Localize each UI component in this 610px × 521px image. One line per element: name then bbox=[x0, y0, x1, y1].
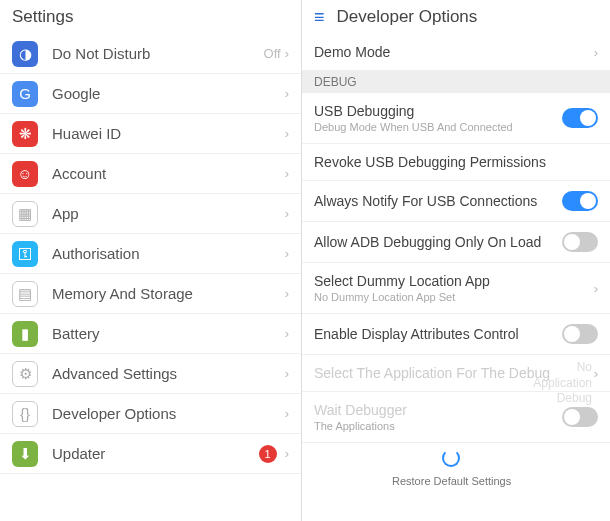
key-icon: ⚿ bbox=[12, 241, 38, 267]
label: Updater bbox=[52, 445, 259, 462]
toggle-wait-debugger bbox=[562, 407, 598, 427]
chevron-right-icon: › bbox=[285, 366, 289, 381]
row-adb-onload[interactable]: Allow ADB Debugging Only On Load bbox=[302, 222, 610, 263]
sidebar-item-updater[interactable]: ⬇ Updater 1 › bbox=[0, 434, 301, 474]
chevron-right-icon: › bbox=[285, 246, 289, 261]
sidebar-item-dnd[interactable]: ◑ Do Not Disturb Off › bbox=[0, 34, 301, 74]
chevron-right-icon: › bbox=[285, 86, 289, 101]
update-badge: 1 bbox=[259, 445, 277, 463]
sidebar-item-google[interactable]: G Google › bbox=[0, 74, 301, 114]
chevron-right-icon: › bbox=[594, 366, 598, 381]
label: Demo Mode bbox=[314, 44, 594, 60]
gear-icon: ⚙ bbox=[12, 361, 38, 387]
chevron-right-icon: › bbox=[285, 446, 289, 461]
label: Developer Options bbox=[52, 405, 285, 422]
sidebar-item-developer[interactable]: {} Developer Options › bbox=[0, 394, 301, 434]
row-notify-usb[interactable]: Always Notify For USB Connections bbox=[302, 181, 610, 222]
page-title: Developer Options bbox=[337, 7, 478, 27]
label: Select Dummy Location App bbox=[314, 273, 594, 289]
row-usb-debugging[interactable]: USB Debugging Debug Mode When USB And Co… bbox=[302, 93, 610, 144]
hamburger-icon[interactable]: ≡ bbox=[314, 7, 325, 28]
sublabel: Debug Mode When USB And Connected bbox=[314, 121, 562, 133]
battery-icon: ▮ bbox=[12, 321, 38, 347]
apps-icon: ▦ bbox=[12, 201, 38, 227]
label: Allow ADB Debugging Only On Load bbox=[314, 234, 562, 250]
sidebar-item-account[interactable]: ☺ Account › bbox=[0, 154, 301, 194]
label: Always Notify For USB Connections bbox=[314, 193, 562, 209]
sidebar-item-memory[interactable]: ▤ Memory And Storage › bbox=[0, 274, 301, 314]
sidebar-item-authorisation[interactable]: ⚿ Authorisation › bbox=[0, 234, 301, 274]
label: Google bbox=[52, 85, 285, 102]
status-off: Off bbox=[264, 46, 281, 61]
label: Account bbox=[52, 165, 285, 182]
chevron-right-icon: › bbox=[285, 126, 289, 141]
loading-spinner-icon bbox=[442, 449, 460, 467]
label: Advanced Settings bbox=[52, 365, 285, 382]
settings-title: Settings bbox=[0, 0, 301, 34]
chevron-right-icon: › bbox=[285, 286, 289, 301]
account-icon: ☺ bbox=[12, 161, 38, 187]
sidebar-item-advanced[interactable]: ⚙ Advanced Settings › bbox=[0, 354, 301, 394]
row-demo-mode[interactable]: Demo Mode › bbox=[302, 34, 610, 71]
code-icon: {} bbox=[12, 401, 38, 427]
label: Huawei ID bbox=[52, 125, 285, 142]
toggle-display-attrs[interactable] bbox=[562, 324, 598, 344]
chevron-right-icon: › bbox=[594, 45, 598, 60]
chevron-right-icon: › bbox=[285, 46, 289, 61]
sidebar-item-huawei[interactable]: ❋ Huawei ID › bbox=[0, 114, 301, 154]
toggle-notify-usb[interactable] bbox=[562, 191, 598, 211]
storage-icon: ▤ bbox=[12, 281, 38, 307]
restore-defaults[interactable]: Restore Default Settings bbox=[392, 475, 511, 487]
chevron-right-icon: › bbox=[285, 206, 289, 221]
label: USB Debugging bbox=[314, 103, 562, 119]
label: Do Not Disturb bbox=[52, 45, 264, 62]
moon-icon: ◑ bbox=[12, 41, 38, 67]
label: Wait Debugger bbox=[314, 402, 562, 418]
toggle-adb-onload[interactable] bbox=[562, 232, 598, 252]
chevron-right-icon: › bbox=[285, 166, 289, 181]
label: Memory And Storage bbox=[52, 285, 285, 302]
sidebar-item-battery[interactable]: ▮ Battery › bbox=[0, 314, 301, 354]
google-icon: G bbox=[12, 81, 38, 107]
row-dummy-location[interactable]: Select Dummy Location App No Dummy Locat… bbox=[302, 263, 610, 314]
row-revoke-usb[interactable]: Revoke USB Debugging Permissions bbox=[302, 144, 610, 181]
label: App bbox=[52, 205, 285, 222]
chevron-right-icon: › bbox=[285, 326, 289, 341]
sidebar-item-app[interactable]: ▦ App › bbox=[0, 194, 301, 234]
label: Enable Display Attributes Control bbox=[314, 326, 562, 342]
chevron-right-icon: › bbox=[594, 281, 598, 296]
section-debug: DEBUG bbox=[302, 71, 610, 93]
label: Revoke USB Debugging Permissions bbox=[314, 154, 598, 170]
sublabel: The Applications bbox=[314, 420, 562, 432]
download-icon: ⬇ bbox=[12, 441, 38, 467]
chevron-right-icon: › bbox=[285, 406, 289, 421]
toggle-usb-debugging[interactable] bbox=[562, 108, 598, 128]
label: Battery bbox=[52, 325, 285, 342]
sublabel: No Dummy Location App Set bbox=[314, 291, 594, 303]
label: Authorisation bbox=[52, 245, 285, 262]
huawei-icon: ❋ bbox=[12, 121, 38, 147]
row-display-attrs[interactable]: Enable Display Attributes Control bbox=[302, 314, 610, 355]
